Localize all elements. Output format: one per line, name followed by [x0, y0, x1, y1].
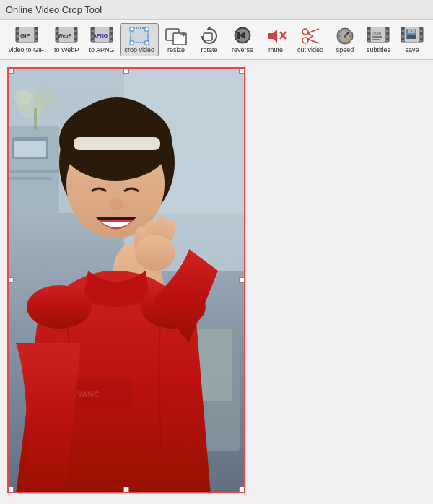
svg-rect-61 — [367, 27, 370, 30]
tool-reverse[interactable]: reverse — [227, 23, 258, 56]
svg-text:GIF: GIF — [20, 32, 30, 39]
svg-point-94 — [34, 87, 56, 108]
tool-label-video-to-gif: video to GIF — [9, 46, 44, 53]
tool-to-webp[interactable]: WebP to WebP — [50, 23, 83, 56]
svg-rect-39 — [204, 33, 212, 40]
svg-text:APNG: APNG — [93, 33, 108, 38]
tool-resize[interactable]: resize — [160, 23, 192, 56]
svg-text:1.5x: 1.5x — [343, 38, 351, 43]
resize-icon — [165, 26, 188, 46]
svg-rect-2 — [16, 32, 19, 35]
tool-label-save: save — [405, 46, 419, 53]
svg-rect-6 — [35, 38, 38, 40]
svg-rect-96 — [34, 108, 37, 130]
tool-crop-video[interactable]: crop video — [120, 23, 159, 56]
svg-rect-70 — [372, 39, 380, 40]
tool-label-crop-video: crop video — [124, 46, 154, 53]
svg-rect-65 — [386, 32, 389, 35]
svg-rect-66 — [386, 38, 389, 40]
svg-rect-63 — [367, 38, 370, 40]
tool-label-mute: mute — [268, 46, 283, 53]
tool-label-to-apng: to APNG — [89, 46, 114, 53]
crop-handle-top-mid[interactable] — [123, 68, 129, 74]
svg-point-95 — [14, 89, 32, 106]
svg-text:VANC: VANC — [77, 390, 99, 399]
tool-label-reverse: reverse — [232, 46, 253, 53]
svg-point-56 — [344, 35, 346, 38]
tool-label-subtitles: subtitles — [367, 46, 390, 53]
app-header: Online Video Crop Tool — [0, 0, 433, 20]
rotate-icon — [198, 26, 221, 46]
svg-rect-10 — [56, 27, 58, 30]
main-content: VANC — [0, 60, 433, 504]
svg-rect-62 — [367, 32, 370, 35]
svg-rect-24 — [110, 38, 113, 40]
svg-line-51 — [307, 33, 313, 36]
svg-rect-22 — [110, 27, 113, 30]
svg-rect-43 — [237, 32, 240, 39]
canvas-area: VANC — [7, 67, 267, 504]
video-frame: VANC — [9, 69, 244, 492]
tool-label-cut-video: cut video — [297, 46, 323, 53]
svg-rect-90 — [9, 177, 52, 180]
tool-label-resize: resize — [167, 46, 185, 53]
tool-save[interactable]: save — [396, 23, 428, 56]
svg-rect-13 — [74, 27, 77, 30]
svg-text:SUB: SUB — [372, 31, 381, 35]
svg-rect-19 — [91, 27, 94, 30]
mute-icon — [264, 26, 287, 46]
tool-rotate[interactable]: rotate — [193, 23, 225, 56]
svg-rect-73 — [401, 32, 404, 35]
film-gif-icon: GIF — [15, 26, 38, 46]
subtitles-icon: SUB — [367, 26, 390, 46]
svg-line-52 — [307, 36, 313, 39]
film-apng-icon: APNG — [90, 26, 113, 46]
tool-label-rotate: rotate — [201, 46, 217, 53]
tool-speed[interactable]: 1.5x speed — [329, 23, 361, 56]
svg-rect-64 — [386, 27, 389, 30]
crop-handle-bottom-mid[interactable] — [123, 487, 129, 492]
crop-handle-top-left[interactable] — [8, 68, 14, 74]
svg-rect-69 — [372, 36, 382, 38]
svg-rect-76 — [420, 32, 423, 35]
svg-rect-15 — [74, 38, 77, 40]
svg-point-110 — [27, 285, 92, 329]
svg-rect-89 — [9, 170, 59, 173]
tool-video-to-gif[interactable]: GIF video to GIF — [4, 23, 48, 56]
svg-rect-1 — [16, 27, 19, 30]
film-webp-icon: WebP — [55, 26, 78, 46]
svg-point-47 — [302, 38, 308, 43]
svg-line-49 — [307, 29, 319, 33]
save-icon — [401, 26, 424, 46]
svg-rect-14 — [74, 32, 77, 35]
tool-mute[interactable]: mute — [260, 23, 292, 56]
video-container[interactable]: VANC — [7, 67, 245, 493]
svg-marker-38 — [206, 26, 212, 30]
tool-cut-video[interactable]: cut video — [293, 23, 328, 56]
speed-icon: 1.5x — [333, 26, 357, 46]
crop-handle-top-right[interactable] — [239, 68, 245, 74]
crop-handle-bottom-right[interactable] — [239, 487, 245, 492]
crop-handle-mid-right[interactable] — [239, 277, 245, 283]
svg-rect-32 — [145, 41, 149, 45]
svg-rect-23 — [110, 32, 113, 35]
tool-to-apng[interactable]: APNG to APNG — [84, 23, 118, 56]
svg-rect-77 — [420, 38, 423, 40]
svg-rect-75 — [420, 27, 423, 30]
cut-icon — [299, 26, 322, 46]
svg-rect-5 — [35, 32, 38, 35]
tool-label-to-webp: to WebP — [54, 46, 79, 53]
svg-rect-82 — [407, 35, 416, 39]
svg-line-50 — [307, 39, 319, 43]
svg-rect-29 — [130, 27, 134, 31]
svg-point-101 — [110, 199, 124, 209]
crop-handle-bottom-left[interactable] — [8, 487, 14, 492]
toolbar: GIF video to GIF WebP to WebP — [0, 20, 433, 60]
svg-rect-31 — [130, 41, 134, 45]
app-title: Online Video Crop Tool — [6, 4, 102, 15]
svg-rect-4 — [35, 27, 38, 30]
svg-rect-3 — [16, 38, 19, 40]
svg-point-107 — [135, 235, 175, 271]
tool-subtitles[interactable]: SUB subtitles — [362, 23, 395, 56]
crop-handle-mid-left[interactable] — [8, 277, 14, 283]
